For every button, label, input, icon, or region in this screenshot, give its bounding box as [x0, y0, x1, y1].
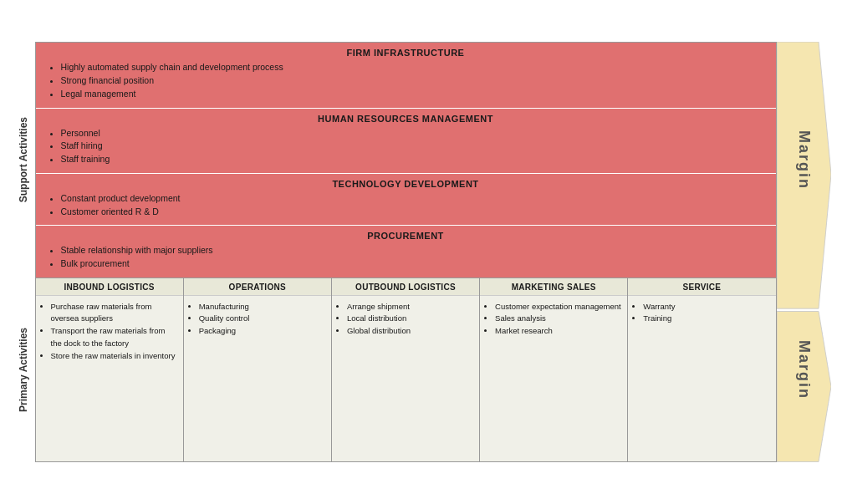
support-row-list-firm-infrastructure: Highly automated supply chain and develo… [44, 61, 768, 100]
list-item: Transport the raw materials from the doc… [51, 325, 178, 349]
primary-col-title-inbound-logistics: INBOUND LOGISTICS [36, 278, 183, 296]
primary-col-outbound-logistics: OUTBOUND LOGISTICSArrange shipmentLocal … [332, 278, 480, 461]
list-item: Training [643, 313, 770, 325]
margin-bottom-label: Margin [795, 340, 813, 400]
list-item: Staff hiring [61, 140, 768, 153]
list-item: Legal management [61, 88, 768, 101]
list-item: Highly automated supply chain and develo… [61, 61, 768, 74]
margin-bottom-container: Margin [777, 278, 831, 462]
list-item: Store the raw materials in inventory [51, 350, 178, 363]
primary-col-title-operations: OPERATIONS [184, 278, 331, 296]
primary-col-list-marketing-sales: Customer expectation managementSales ana… [480, 296, 627, 343]
support-row-list-technology-development: Constant product developmentCustomer ori… [44, 192, 768, 219]
support-row-title-technology-development: TECHNOLOGY DEVELOPMENT [44, 179, 768, 189]
support-section: FIRM INFRASTRUCTUREHighly automated supp… [36, 43, 776, 277]
primary-activities-label: Primary Activities [18, 328, 29, 412]
primary-col-list-outbound-logistics: Arrange shipmentLocal distributionGlobal… [332, 296, 479, 343]
support-row-technology-development: TECHNOLOGY DEVELOPMENTConstant product d… [36, 174, 776, 227]
list-item: Bulk procurement [61, 257, 768, 271]
primary-col-list-inbound-logistics: Purchase raw materials from oversea supp… [36, 296, 183, 368]
list-item: Market research [495, 325, 622, 338]
support-row-list-human-resources: PersonnelStaff hiringStaff training [44, 127, 768, 166]
list-item: Stable relationship with major suppliers [61, 244, 768, 257]
support-activities-label-container: Support Activities [12, 42, 35, 278]
list-item: Customer expectation management [495, 301, 622, 313]
primary-col-list-operations: ManufacturingQuality controlPackaging [184, 296, 331, 343]
primary-col-title-service: SERVICE [628, 278, 775, 296]
primary-col-service: SERVICEWarrantyTraining [628, 278, 775, 461]
primary-col-list-service: WarrantyTraining [628, 296, 775, 330]
list-item: Staff training [61, 153, 768, 166]
main-content: FIRM INFRASTRUCTUREHighly automated supp… [35, 42, 777, 462]
primary-col-operations: OPERATIONSManufacturingQuality controlPa… [184, 278, 332, 461]
support-row-title-human-resources: HUMAN RESOURCES MANAGEMENT [44, 114, 768, 124]
left-labels: Support Activities Primary Activities [12, 42, 35, 462]
list-item: Purchase raw materials from oversea supp… [51, 301, 178, 325]
support-activities-label: Support Activities [18, 117, 29, 202]
support-row-procurement: PROCUREMENTStable relationship with majo… [36, 226, 776, 277]
margin-top-label: Margin [795, 130, 813, 190]
list-item: Personnel [61, 127, 768, 140]
right-margin: Margin Margin [777, 42, 831, 462]
primary-activities-label-container: Primary Activities [12, 278, 35, 462]
list-item: Manufacturing [199, 301, 326, 313]
primary-section: INBOUND LOGISTICSPurchase raw materials … [36, 277, 776, 461]
list-item: Customer oriented R & D [61, 206, 768, 219]
support-row-title-procurement: PROCUREMENT [44, 231, 768, 241]
primary-col-marketing-sales: MARKETING SALESCustomer expectation mana… [480, 278, 628, 461]
primary-col-title-outbound-logistics: OUTBOUND LOGISTICS [332, 278, 479, 296]
support-row-human-resources: HUMAN RESOURCES MANAGEMENTPersonnelStaff… [36, 109, 776, 174]
list-item: Arrange shipment [347, 301, 474, 313]
list-item: Packaging [199, 325, 326, 338]
margin-top-container: Margin [777, 42, 831, 278]
value-chain-diagram: Support Activities Primary Activities FI… [12, 42, 831, 462]
list-item: Quality control [199, 313, 326, 325]
list-item: Global distribution [347, 325, 474, 338]
support-row-firm-infrastructure: FIRM INFRASTRUCTUREHighly automated supp… [36, 43, 776, 108]
list-item: Sales analysis [495, 313, 622, 325]
list-item: Strong financial position [61, 74, 768, 88]
support-row-title-firm-infrastructure: FIRM INFRASTRUCTURE [44, 48, 768, 58]
list-item: Constant product development [61, 192, 768, 206]
list-item: Local distribution [347, 313, 474, 325]
primary-col-inbound-logistics: INBOUND LOGISTICSPurchase raw materials … [36, 278, 184, 461]
primary-col-title-marketing-sales: MARKETING SALES [480, 278, 627, 296]
list-item: Warranty [643, 301, 770, 313]
support-row-list-procurement: Stable relationship with major suppliers… [44, 244, 768, 271]
